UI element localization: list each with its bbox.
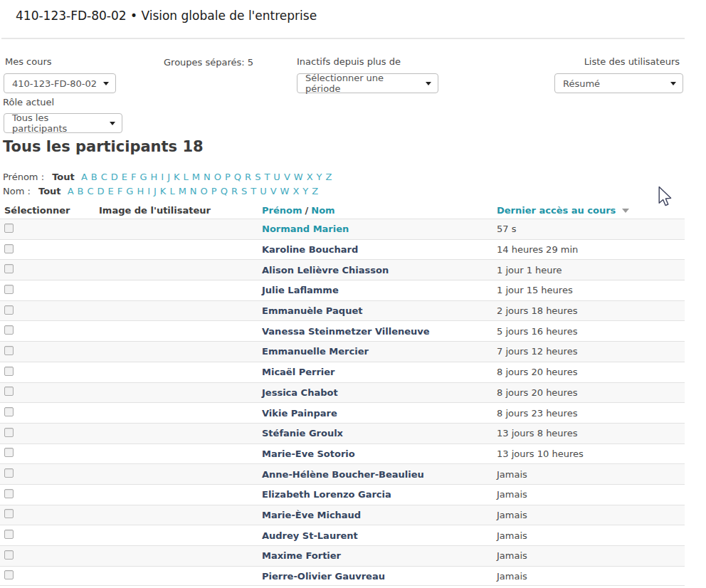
last-name-letter-link[interactable]: R — [231, 186, 238, 196]
last-name-letter-link[interactable]: L — [169, 186, 174, 196]
first-name-letter-link[interactable]: N — [204, 172, 211, 182]
first-name-letter-link[interactable]: A — [81, 172, 88, 182]
participant-name-link[interactable]: Karoline Bouchard — [262, 244, 358, 255]
row-select-checkbox[interactable] — [4, 264, 14, 273]
first-name-letter-link[interactable]: J — [167, 172, 170, 182]
last-name-letter-link[interactable]: M — [179, 186, 186, 196]
last-name-letter-link[interactable]: B — [78, 186, 84, 196]
participant-row: Karoline Bouchard 14 heures 29 min — [0, 239, 685, 260]
row-select-checkbox[interactable] — [4, 530, 14, 539]
participant-name-link[interactable]: Maxime Fortier — [262, 550, 341, 561]
row-select-checkbox[interactable] — [4, 428, 14, 437]
first-name-letter-link[interactable]: Y — [317, 172, 322, 182]
participant-name-link[interactable]: Normand Marien — [262, 224, 349, 234]
last-name-letter-link[interactable]: J — [154, 186, 157, 196]
first-name-letter-link[interactable]: E — [122, 172, 127, 182]
row-select-checkbox[interactable] — [4, 489, 14, 498]
row-select-checkbox[interactable] — [4, 448, 14, 457]
last-name-letter-link[interactable]: H — [137, 186, 144, 196]
last-name-letter-link[interactable]: T — [251, 186, 256, 196]
last-name-letter-link[interactable]: U — [260, 186, 267, 196]
first-name-letter-link[interactable]: V — [284, 172, 290, 182]
participant-name-link[interactable]: Marie-Eve Sotorio — [262, 448, 355, 459]
row-select-checkbox[interactable] — [4, 367, 14, 376]
row-select-checkbox[interactable] — [4, 468, 14, 478]
last-name-letter-link[interactable]: A — [68, 186, 74, 196]
first-name-letter-link[interactable]: U — [273, 172, 280, 182]
last-name-letter-link[interactable]: N — [190, 186, 197, 196]
participant-name-link[interactable]: Audrey St-Laurent — [262, 530, 358, 541]
current-role-select[interactable]: Tous les participants — [4, 113, 122, 133]
participant-name-link[interactable]: Julie Laflamme — [262, 285, 339, 295]
row-select-checkbox[interactable] — [4, 407, 14, 416]
last-name-letter-link[interactable]: O — [201, 186, 208, 196]
row-select-checkbox[interactable] — [4, 224, 14, 233]
participant-name-link[interactable]: Elizabeth Lorenzo Garcia — [262, 489, 391, 500]
row-select-checkbox[interactable] — [4, 305, 14, 315]
last-name-letter-link[interactable]: Q — [221, 186, 228, 196]
course-select[interactable]: 410-123-FD-80-02 — [4, 73, 116, 93]
participant-name-link[interactable]: Emmanuèle Paquet — [262, 305, 362, 316]
participant-row: Alison Lelièvre Chiasson 1 jour 1 heure — [0, 259, 685, 280]
row-select-checkbox[interactable] — [4, 550, 14, 560]
first-name-letter-link[interactable]: D — [111, 172, 118, 182]
first-name-letter-link[interactable]: G — [140, 172, 147, 182]
last-name-letter-link[interactable]: G — [126, 186, 133, 196]
last-name-letter-link[interactable]: C — [88, 186, 94, 196]
participant-name-link[interactable]: Anne-Hélène Boucher-Beaulieu — [262, 469, 424, 480]
participant-name-link[interactable]: Stéfanie Groulx — [262, 428, 343, 439]
row-select-checkbox[interactable] — [4, 509, 14, 518]
last-name-letter-link[interactable]: I — [147, 186, 150, 196]
participant-name-link[interactable]: Vikie Painpare — [262, 408, 337, 419]
last-name-letter-link[interactable]: E — [108, 186, 114, 196]
first-name-letter-link[interactable]: L — [184, 172, 189, 182]
last-name-letter-link[interactable]: D — [98, 186, 105, 196]
first-name-letter-link[interactable]: B — [91, 172, 98, 182]
first-name-letter-link[interactable]: C — [101, 172, 107, 182]
last-name-letter-link[interactable]: K — [160, 186, 167, 196]
first-name-letter-link[interactable]: M — [192, 172, 200, 182]
last-access-cell: 1 jour 1 heure — [497, 265, 685, 275]
participant-name-link[interactable]: Micaël Perrier — [262, 367, 335, 377]
participant-name-link[interactable]: Emmanuelle Mercier — [262, 346, 369, 357]
row-select-checkbox[interactable] — [4, 244, 14, 253]
last-name-letter-link[interactable]: V — [270, 186, 277, 196]
first-name-letter-link[interactable]: F — [131, 172, 136, 182]
participant-name-link[interactable]: Pierre-Olivier Gauvreau — [262, 571, 385, 582]
sort-by-last-name-link[interactable]: Nom — [311, 205, 334, 216]
row-select-checkbox[interactable] — [4, 387, 14, 396]
sort-by-last-access-link[interactable]: Dernier accès au cours — [497, 205, 616, 216]
first-name-letter-link[interactable]: I — [161, 172, 164, 182]
name-cell: Vanessa Steinmetzer Villeneuve — [262, 326, 497, 337]
first-name-letter-link[interactable]: Q — [234, 172, 241, 182]
first-name-letter-link[interactable]: W — [294, 172, 303, 182]
first-name-letter-link[interactable]: S — [255, 172, 260, 182]
participant-name-link[interactable]: Jessica Chabot — [262, 387, 338, 398]
first-name-letter-link[interactable]: H — [151, 172, 158, 182]
row-select-checkbox[interactable] — [4, 570, 14, 579]
last-name-letter-link[interactable]: P — [211, 186, 217, 196]
row-select-checkbox[interactable] — [4, 325, 14, 335]
last-name-letter-link[interactable]: W — [280, 186, 290, 196]
participant-name-link[interactable]: Vanessa Steinmetzer Villeneuve — [262, 326, 430, 337]
last-name-letter-link[interactable]: Y — [302, 186, 308, 196]
first-name-letter-link[interactable]: O — [214, 172, 221, 182]
first-name-letter-link[interactable]: R — [245, 172, 251, 182]
participant-name-link[interactable]: Alison Lelièvre Chiasson — [262, 265, 389, 275]
row-select-checkbox[interactable] — [4, 285, 14, 294]
row-select-checkbox[interactable] — [4, 346, 14, 355]
sort-by-first-name-link[interactable]: Prénom — [262, 205, 302, 216]
user-list-select[interactable]: Résumé — [554, 73, 683, 93]
first-name-letter-link[interactable]: Z — [326, 172, 332, 182]
last-name-letter-link[interactable]: Z — [312, 186, 318, 196]
caret-down-icon — [426, 82, 431, 85]
participant-name-link[interactable]: Marie-Ève Michaud — [262, 510, 361, 520]
first-name-letter-link[interactable]: P — [225, 172, 231, 182]
first-name-letter-link[interactable]: K — [174, 172, 180, 182]
last-name-letter-link[interactable]: F — [117, 186, 122, 196]
inactive-period-select[interactable]: Sélectionner une période — [297, 73, 438, 93]
first-name-letter-link[interactable]: T — [264, 172, 270, 182]
last-name-letter-link[interactable]: X — [293, 186, 299, 196]
first-name-letter-link[interactable]: X — [307, 172, 313, 182]
last-name-letter-link[interactable]: S — [241, 186, 247, 196]
